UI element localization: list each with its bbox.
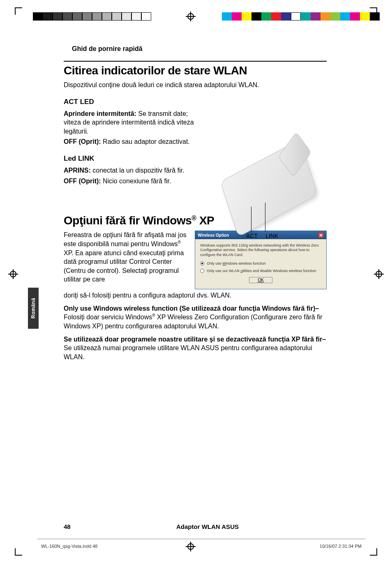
section-rule <box>64 61 327 62</box>
device-illustration: ACT LINK <box>220 159 323 250</box>
slug-filename: WL-160N_qsg-Vista.indd 48 <box>41 544 97 549</box>
link-led-heading: Led LINK <box>64 155 205 163</box>
registration-mark-left <box>8 269 18 279</box>
page-footer: 48 Adaptor WLAN ASUS <box>64 523 327 530</box>
footer-title: Adaptor WLAN ASUS <box>88 523 327 530</box>
link-on-text: conectat la un dispozitiv fără fir. <box>92 167 184 174</box>
crop-mark-bl <box>15 546 25 556</box>
running-header: Ghid de pornire rapidă <box>72 45 327 53</box>
slug-line: WL-160N_qsg-Vista.indd 48 10/16/07 2:31:… <box>41 544 362 549</box>
radio-windows-wireless[interactable]: Only use Windows wireless function <box>200 261 321 265</box>
registration-mark-top <box>186 12 196 21</box>
section-intro: Dispozitivul conţine două leduri ce indi… <box>64 81 327 90</box>
radio-icon <box>200 261 204 265</box>
crop-mark-tr <box>367 7 377 17</box>
option-windows-only: Only use Windows wireless function (Se u… <box>64 304 327 331</box>
radio-wlan-utilities[interactable]: Only use our WLAN utilities and disable … <box>200 269 321 273</box>
registration-mark-right <box>374 269 384 279</box>
slug-rule <box>37 539 366 539</box>
language-tab: Română <box>28 288 39 329</box>
link-off-label: OFF (Oprit): <box>64 178 103 185</box>
link-off-text: Nicio conexiune fără fir. <box>103 178 171 185</box>
grayscale-bar <box>33 12 151 21</box>
crop-mark-br <box>367 546 377 556</box>
ok-button[interactable]: OK <box>249 277 272 283</box>
section-title-wlan-status: Citirea indicatorilor de stare WLAN <box>64 64 327 77</box>
act-off-label: OFF (Oprit): <box>64 138 103 145</box>
xp-intro-paragraph: Fereastra de opţiuni fără fir afişată ma… <box>64 231 187 289</box>
act-led-heading: ACT LED <box>64 98 205 106</box>
label-link: LINK <box>265 233 278 239</box>
registration-mark-bottom <box>186 542 196 551</box>
slug-timestamp: 10/16/07 2:31:34 PM <box>320 544 362 549</box>
page-content: Ghid de pornire rapidă Citirea indicator… <box>64 45 327 361</box>
xp-intro-continued: doriţi să-l folosiţi pentru a configura … <box>64 291 327 300</box>
radio-icon <box>200 269 204 273</box>
option-asus-utilities: Se utilizează doar programele noastre ut… <box>64 335 327 362</box>
crop-mark-tl <box>15 7 25 17</box>
page-number: 48 <box>64 523 88 530</box>
color-bar <box>222 12 380 21</box>
act-off-text: Radio sau adaptor dezactivat. <box>103 138 190 145</box>
link-on-label: APRINS: <box>64 167 92 174</box>
act-blink-label: Aprindere intermitentă: <box>64 110 138 117</box>
act-led-block: ACT LED Aprindere intermitentă: Se trans… <box>64 98 205 186</box>
label-act: ACT <box>246 233 258 239</box>
